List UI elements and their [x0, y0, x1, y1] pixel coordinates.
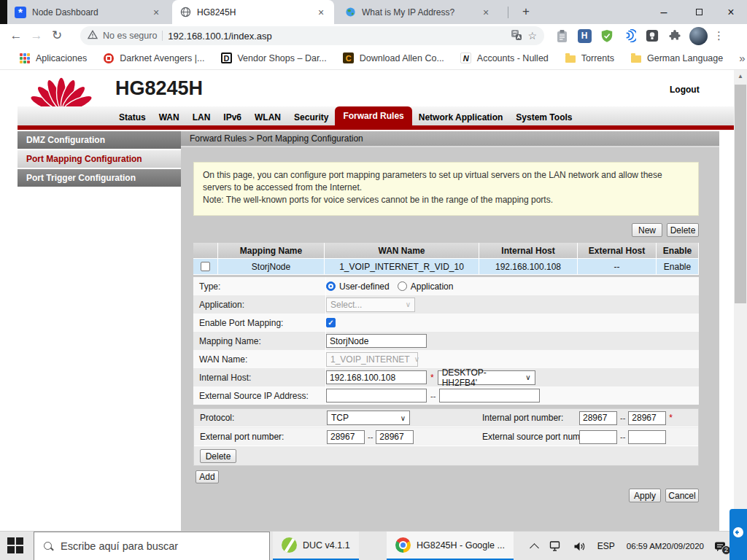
bookmark-german-language[interactable]: German Language: [630, 52, 723, 64]
nav-tab-wan[interactable]: WAN: [152, 109, 186, 125]
internal-host-input[interactable]: [326, 370, 427, 384]
browser-menu-icon[interactable]: ⋮: [713, 29, 724, 42]
tab-node-dashboard[interactable]: * Node Dashboard ×: [7, 0, 169, 24]
windows-start-button[interactable]: [7, 537, 25, 555]
range-dash: --: [368, 432, 373, 441]
tab-close-icon[interactable]: ×: [480, 7, 492, 18]
table-row[interactable]: StorjNode 1_VOIP_INTERNET_R_VID_10 192.1…: [193, 259, 699, 275]
nav-tab-network-application[interactable]: Network Application: [412, 109, 510, 125]
bookmark-vendor-shops[interactable]: D Vendor Shops – Dar...: [220, 52, 326, 64]
address-bar[interactable]: No es seguro 192.168.100.1/index.asp ☆: [80, 26, 544, 45]
extensions-puzzle-icon[interactable]: [667, 28, 683, 44]
taskbar-clock[interactable]: 06:59 AM 20/09/2020: [627, 541, 704, 551]
clipboard-extension-icon[interactable]: [554, 28, 570, 44]
tab-close-icon[interactable]: ×: [150, 7, 162, 18]
bookmarks-overflow-icon[interactable]: »: [739, 52, 745, 64]
security-label[interactable]: No es seguro: [103, 31, 157, 41]
window-restore-button[interactable]: [683, 0, 715, 24]
sidebar-item-port-mapping[interactable]: Port Mapping Configuration: [18, 150, 181, 168]
internal-port-to-input[interactable]: [628, 411, 666, 425]
external-source-port-to-input[interactable]: [628, 430, 666, 444]
window-close-button[interactable]: ×: [715, 0, 747, 24]
taskbar-search[interactable]: Escribe aquí para buscar: [34, 532, 270, 560]
external-port-to-input[interactable]: [376, 430, 414, 444]
logout-link[interactable]: Logout: [670, 85, 700, 95]
page-scrollbar[interactable]: ▲ ▼: [734, 70, 747, 531]
delete-button[interactable]: Delete: [667, 223, 699, 237]
nav-tab-lan[interactable]: LAN: [186, 109, 217, 125]
cell-external-host: --: [578, 259, 657, 275]
wan-name-select: 1_VOIP_INTERNET ∨: [326, 352, 418, 367]
external-source-port-from-input[interactable]: [579, 430, 617, 444]
protocol-select[interactable]: TCP ∨: [327, 411, 410, 425]
taskbar-app-chrome[interactable]: HG8245H - Google ...: [387, 532, 514, 560]
mapping-name-input[interactable]: [326, 334, 427, 348]
nav-tab-security[interactable]: Security: [287, 109, 335, 125]
back-icon[interactable]: ←: [6, 28, 26, 43]
scrollbar-thumb[interactable]: [735, 85, 746, 303]
bookmark-download-allen[interactable]: C Download Allen Co...: [343, 52, 444, 64]
bookmark-torrents[interactable]: Torrents: [565, 52, 614, 64]
sidebar-item-dmz[interactable]: DMZ Configuration: [18, 131, 181, 149]
url-text[interactable]: 192.168.100.1/index.asp: [168, 31, 506, 42]
teamviewer-corner-window[interactable]: [729, 509, 747, 560]
nav-tab-forward-rules[interactable]: Forward Rules: [335, 106, 411, 125]
keyboard-language[interactable]: ESP: [597, 541, 615, 551]
add-button[interactable]: Add: [196, 470, 219, 483]
chevron-down-icon: ∨: [406, 300, 411, 308]
external-port-from-input[interactable]: [327, 430, 365, 444]
cancel-button[interactable]: Cancel: [665, 489, 699, 502]
profile-avatar[interactable]: [689, 27, 708, 45]
scroll-up-icon[interactable]: ▲: [734, 70, 747, 82]
external-source-port-label: External source port number:: [482, 432, 595, 442]
chevron-down-icon: ∨: [525, 373, 530, 381]
taskbar-app-duc[interactable]: DUC v4.1.1: [273, 532, 359, 560]
external-source-ip-end-input[interactable]: [439, 389, 540, 402]
bookmark-star-icon[interactable]: ☆: [527, 30, 537, 42]
chevron-down-icon: ∨: [414, 355, 419, 363]
translate-icon[interactable]: [511, 29, 522, 43]
sound-waves-extension-icon[interactable]: [622, 28, 638, 44]
radio-user-defined-label[interactable]: User-defined: [339, 281, 390, 292]
nav-tab-status[interactable]: Status: [112, 109, 152, 125]
bookmark-label: Download Allen Co...: [360, 53, 444, 63]
radio-application-label[interactable]: Application: [411, 281, 454, 292]
target-icon: [103, 52, 115, 64]
internal-port-from-input[interactable]: [579, 411, 617, 425]
bookmark-darknet-avengers[interactable]: Darknet Avengers |...: [103, 52, 204, 64]
sidebar-item-port-trigger[interactable]: Port Trigger Configuration: [18, 169, 181, 187]
form-row-internal-host: Internal Host: * DESKTOP-HH2FB4' ∨: [193, 368, 699, 386]
row-checkbox[interactable]: [201, 262, 210, 271]
not-secure-warning-icon: [88, 29, 98, 42]
bookmark-accounts-nulled[interactable]: N Accounts - Nulled: [460, 52, 549, 64]
new-button[interactable]: New: [632, 223, 662, 237]
apply-button[interactable]: Apply: [629, 489, 661, 502]
network-icon[interactable]: [549, 540, 562, 552]
nav-tab-ipv6[interactable]: IPv6: [217, 109, 248, 125]
search-placeholder: Escribe aquí para buscar: [61, 540, 178, 552]
window-minimize-button[interactable]: –: [648, 0, 680, 24]
internal-host-device-select[interactable]: DESKTOP-HH2FB4' ∨: [438, 370, 535, 385]
external-source-ip-start-input[interactable]: [326, 389, 427, 402]
tab-hg8245h[interactable]: HG8245H ×: [172, 0, 334, 24]
tray-chevron-up-icon[interactable]: [531, 542, 538, 551]
h-extension-icon[interactable]: H: [576, 28, 592, 44]
nulled-n-icon: N: [460, 52, 472, 64]
delete-row-button[interactable]: Delete: [200, 449, 236, 463]
lightbulb-shield-extension-icon[interactable]: [644, 28, 660, 44]
allen-c-icon: C: [343, 52, 355, 64]
speaker-icon[interactable]: [573, 541, 586, 552]
nav-tab-system-tools[interactable]: System Tools: [509, 109, 578, 125]
notification-center-icon[interactable]: 2: [714, 541, 727, 552]
radio-application[interactable]: [398, 281, 407, 291]
tab-whatismyip[interactable]: What is My IP Address? ×: [337, 0, 499, 24]
enable-port-mapping-checkbox[interactable]: ✓: [326, 318, 336, 327]
cell-mapping-name: StorjNode: [218, 259, 325, 275]
new-tab-button[interactable]: +: [516, 3, 535, 22]
reload-icon[interactable]: ↻: [47, 28, 67, 43]
nav-tab-wlan[interactable]: WLAN: [248, 109, 287, 125]
radio-user-defined[interactable]: [326, 281, 336, 291]
tab-close-icon[interactable]: ×: [315, 7, 327, 18]
adguard-shield-icon[interactable]: [599, 28, 615, 44]
bookmark-aplicaciones[interactable]: Aplicaciones: [19, 52, 87, 64]
